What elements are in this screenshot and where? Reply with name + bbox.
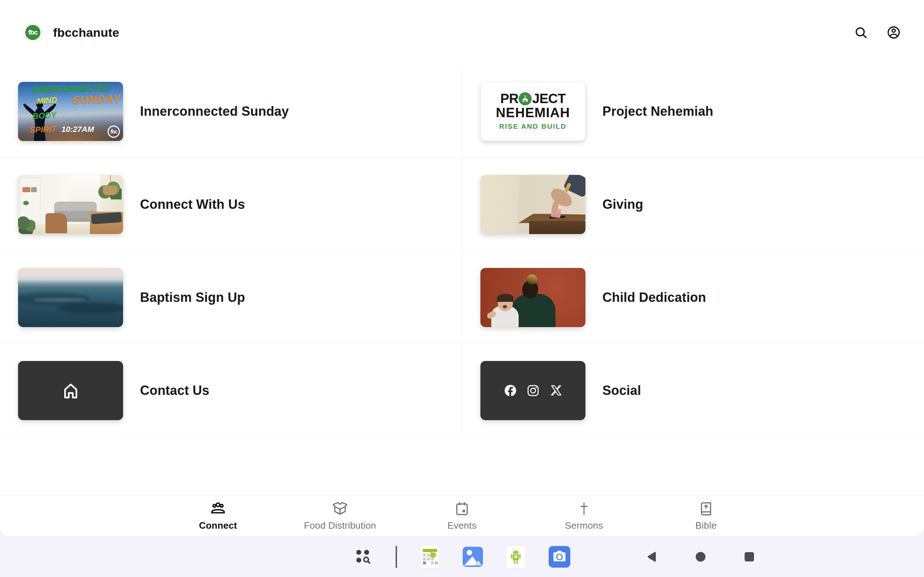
social-icons-row xyxy=(504,384,563,397)
list-item-title: Contact Us xyxy=(140,383,209,398)
tab-label: Events xyxy=(447,520,477,531)
instagram-icon xyxy=(526,384,540,397)
search-icon[interactable] xyxy=(853,25,868,40)
list-item-contact-us[interactable]: Contact Us xyxy=(0,344,462,437)
back-button[interactable] xyxy=(645,550,659,564)
taskbar-divider xyxy=(396,546,397,568)
list-item-social[interactable]: Social xyxy=(462,344,924,437)
innerconnected-sunday-thumbnail: INNERCONNECTED MIND SUNDAY BODY SPIRIT 1… xyxy=(18,82,123,141)
tab-food-distribution[interactable]: Food Distribution xyxy=(279,495,401,536)
list-item-project-nehemiah[interactable]: PR JECT NEHEMIAH RISE AND BUILD Project … xyxy=(462,65,924,158)
facebook-icon xyxy=(504,384,517,397)
tab-label: Connect xyxy=(199,520,237,531)
tab-bible[interactable]: Bible xyxy=(645,495,767,536)
home-icon xyxy=(60,380,81,401)
list-item-title: Social xyxy=(603,383,641,398)
account-icon[interactable] xyxy=(886,25,901,40)
all-apps-search-icon[interactable] xyxy=(354,548,373,566)
thumb-word-sunday: SUNDAY xyxy=(72,93,121,106)
tab-label: Food Distribution xyxy=(304,520,376,531)
fbc-badge: fbc xyxy=(108,126,120,138)
list-item-title: Innerconnected Sunday xyxy=(140,104,289,119)
recents-button[interactable] xyxy=(742,550,756,564)
list-item-giving[interactable]: Giving xyxy=(462,158,924,251)
list-item-baptism-sign-up[interactable]: Baptism Sign Up xyxy=(0,251,462,344)
nehemiah-word-ject: JECT xyxy=(532,92,565,105)
church-logo-icon xyxy=(519,92,531,105)
list-item-child-dedication[interactable]: Child Dedication xyxy=(462,251,924,344)
calendar-app-icon[interactable] xyxy=(420,545,439,568)
thumb-word-spirit: SPIRIT xyxy=(30,125,57,134)
tab-label: Sermons xyxy=(565,520,603,531)
nehemiah-tagline: RISE AND BUILD xyxy=(499,122,567,131)
nehemiah-title-row: PR JECT xyxy=(500,92,565,105)
thumb-word-body: BODY xyxy=(32,110,57,121)
child-dedication-thumbnail xyxy=(480,268,585,327)
baptism-thumbnail xyxy=(18,268,123,327)
camera-app-icon[interactable] xyxy=(549,546,570,567)
nehemiah-word-pr: PR xyxy=(500,92,518,105)
app-logo[interactable]: fbc xyxy=(23,22,43,43)
list-item-title: Giving xyxy=(603,197,643,212)
tab-sermons[interactable]: Sermons xyxy=(523,495,645,536)
cross-icon xyxy=(576,501,592,517)
thumb-word-mind: MIND xyxy=(36,95,57,105)
package-icon xyxy=(332,501,348,517)
gallery-app-icon[interactable] xyxy=(463,547,483,567)
contact-us-thumbnail xyxy=(18,361,123,420)
system-taskbar xyxy=(0,536,924,577)
home-button[interactable] xyxy=(693,550,708,564)
app-window: fbc fbcchanute xyxy=(0,0,924,536)
calendar-icon xyxy=(454,501,470,517)
connect-with-us-thumbnail xyxy=(18,175,123,234)
project-nehemiah-thumbnail: PR JECT NEHEMIAH RISE AND BUILD xyxy=(480,82,585,141)
thumb-service-time: 10:27AM xyxy=(61,126,94,134)
tab-label: Bible xyxy=(696,520,717,531)
social-thumbnail xyxy=(480,361,585,420)
x-twitter-icon xyxy=(549,384,563,397)
content-grid: INNERCONNECTED MIND SUNDAY BODY SPIRIT 1… xyxy=(0,65,924,437)
list-item-title: Child Dedication xyxy=(603,290,706,305)
bible-icon xyxy=(698,501,714,517)
tab-connect[interactable]: Connect xyxy=(157,495,279,536)
fbc-logo-icon: fbc xyxy=(25,25,40,40)
list-item-innerconnected-sunday[interactable]: INNERCONNECTED MIND SUNDAY BODY SPIRIT 1… xyxy=(0,65,462,158)
list-item-title: Baptism Sign Up xyxy=(140,290,245,305)
giving-thumbnail xyxy=(480,175,585,234)
appbar-actions xyxy=(853,25,901,40)
app-bar: fbc fbcchanute xyxy=(0,0,924,65)
tab-events[interactable]: Events xyxy=(401,495,523,536)
bottom-nav: Connect Food Distribution xyxy=(0,495,924,536)
nehemiah-line2: NEHEMIAH xyxy=(496,105,570,121)
groups-icon xyxy=(210,501,226,517)
android-app-icon[interactable] xyxy=(506,545,525,568)
screen: fbc fbcchanute xyxy=(0,0,924,577)
list-item-title: Connect With Us xyxy=(140,197,245,212)
list-item-connect-with-us[interactable]: Connect With Us xyxy=(0,158,462,251)
app-title: fbcchanute xyxy=(53,26,119,40)
list-item-title: Project Nehemiah xyxy=(603,104,713,119)
